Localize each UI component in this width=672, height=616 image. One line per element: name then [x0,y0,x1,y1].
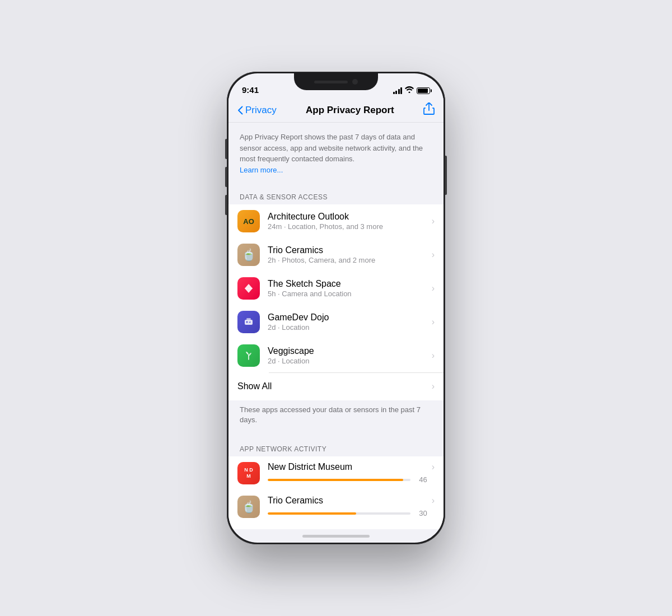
data-sensor-footer: These apps accessed your data or sensors… [228,400,444,434]
wifi-icon [405,86,414,95]
back-button[interactable]: Privacy [237,105,277,116]
item-content: The Sketch Space 5h · Camera and Locatio… [268,279,427,298]
back-label: Privacy [245,105,277,116]
app-icon-ndm: N D M [237,462,260,484]
app-icon-veggi [237,344,260,367]
network-item[interactable]: The Sketch Space 25 › [228,524,444,529]
intro-description: App Privacy Report shows the past 7 days… [240,132,432,175]
network-count: 30 [414,509,427,517]
signal-icon [393,87,403,94]
app-subtitle: 2h · Photos, Camera, and 2 more [268,256,427,264]
bar-track [268,512,410,515]
speaker [314,81,348,83]
chevron-icon: › [432,283,435,293]
app-icon-ao: AO [237,210,260,232]
app-icon-trio: 🍵 [237,244,260,266]
chevron-icon: › [432,462,435,472]
bar-row: 30 [268,509,427,517]
notch [294,73,378,90]
nav-bar: Privacy App Privacy Report [228,98,444,123]
status-icons [393,86,431,95]
chevron-icon: › [432,250,435,260]
data-sensor-header: DATA & SENSOR ACCESS [228,182,444,204]
svg-rect-3 [249,322,251,323]
network-activity-header: APP NETWORK ACTIVITY [228,434,444,456]
data-sensor-list: AO Architecture Outlook 24m · Location, … [228,204,444,400]
list-item[interactable]: The Sketch Space 5h · Camera and Locatio… [228,272,444,305]
app-icon-gamedev [237,311,260,333]
chevron-icon: › [432,216,435,226]
app-name: GameDev Dojo [268,312,427,323]
app-subtitle: 5h · Camera and Location [268,290,427,298]
svg-point-1 [246,321,248,323]
network-count: 46 [414,475,427,484]
network-activity-list: N D M New District Museum 46 › [228,456,444,529]
item-content: Trio Ceramics 2h · Photos, Camera, and 2… [268,245,427,264]
phone-frame: 9:41 [227,72,445,544]
app-icon-sketch [237,277,260,300]
chevron-icon: › [432,381,435,391]
item-content: GameDev Dojo 2d · Location [268,312,427,332]
app-name: Veggiscape [268,346,427,356]
item-content: Architecture Outlook 24m · Location, Pho… [268,212,427,231]
share-button[interactable] [423,102,435,118]
scroll-content[interactable]: App Privacy Report shows the past 7 days… [228,123,444,529]
app-subtitle: 24m · Location, Photos, and 3 more [268,222,427,231]
svg-rect-4 [246,318,251,320]
chevron-icon: › [432,317,435,327]
show-all-button[interactable]: Show All › [228,372,444,400]
home-indicator [228,529,444,543]
home-bar [302,535,370,538]
app-subtitle: 2d · Location [268,323,427,332]
intro-section: App Privacy Report shows the past 7 days… [228,123,444,182]
show-all-label: Show All [237,381,427,391]
app-name: Trio Ceramics [268,245,427,255]
list-item[interactable]: AO Architecture Outlook 24m · Location, … [228,204,444,238]
app-name: New District Museum [268,462,427,472]
camera [352,79,358,85]
svg-rect-0 [245,320,253,325]
app-name: Trio Ceramics [268,496,427,506]
learn-more-link[interactable]: Learn more... [240,166,283,174]
bar-row: 46 [268,475,427,484]
app-icon-trio: 🍵 [237,496,260,518]
bar-track [268,479,410,481]
status-time: 9:41 [242,85,259,95]
page-title: App Privacy Report [306,105,394,116]
list-item[interactable]: 🍵 Trio Ceramics 2h · Photos, Camera, and… [228,238,444,272]
list-item[interactable]: Veggiscape 2d · Location › [228,339,444,372]
phone-screen: 9:41 [228,73,444,543]
battery-icon [417,87,430,94]
network-item[interactable]: N D M New District Museum 46 › [228,456,444,490]
chevron-icon: › [432,351,435,361]
app-subtitle: 2d · Location [268,357,427,365]
app-name: Architecture Outlook [268,212,427,222]
app-name: The Sketch Space [268,279,427,289]
list-item[interactable]: GameDev Dojo 2d · Location › [228,305,444,339]
chevron-icon: › [432,496,435,506]
network-content: New District Museum 46 [268,462,427,484]
network-content: Trio Ceramics 30 [268,496,427,517]
network-item[interactable]: 🍵 Trio Ceramics 30 › [228,490,444,524]
item-content: Veggiscape 2d · Location [268,346,427,365]
